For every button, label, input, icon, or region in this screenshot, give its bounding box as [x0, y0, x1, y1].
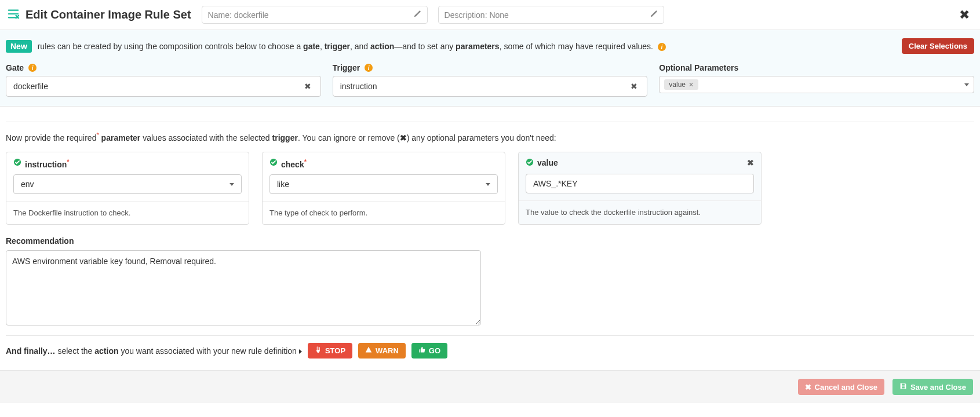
name-field[interactable]: Name: dockerfile — [202, 6, 428, 24]
check-circle-icon — [526, 158, 534, 168]
param-card-value: value ✖ The value to check the dockerfil… — [518, 152, 762, 225]
save-button[interactable]: Save and Close — [892, 379, 973, 395]
caret-right-icon — [299, 349, 302, 354]
divider — [6, 122, 974, 122]
trigger-value: instruction — [340, 82, 377, 91]
action-lead: And finally… select the action you want … — [6, 346, 302, 356]
info-icon[interactable]: i — [28, 64, 37, 72]
intro-section: New rules can be created by using the co… — [0, 30, 980, 107]
param-description: The Dockerfile instruction to check. — [6, 201, 249, 224]
clear-icon[interactable]: ✖ — [302, 82, 314, 91]
recommendation-label: Recommendation — [6, 236, 974, 246]
check-circle-icon — [269, 158, 278, 168]
trigger-label: Trigger i — [333, 63, 648, 72]
param-description: The type of check to perform. — [263, 201, 505, 224]
gate-label: Gate i — [6, 63, 321, 72]
check-circle-icon — [13, 158, 21, 168]
chevron-down-icon[interactable] — [964, 83, 969, 86]
footer: ✖ Cancel and Close Save and Close — [0, 371, 980, 403]
value-input[interactable] — [526, 174, 754, 193]
check-select[interactable]: like — [269, 174, 498, 194]
go-button[interactable]: GO — [411, 343, 447, 359]
info-icon[interactable]: i — [658, 43, 666, 51]
title-wrap: Edit Container Image Rule Set — [7, 8, 191, 21]
optional-params-control: Optional Parameters value ✕ — [659, 63, 974, 97]
page-title: Edit Container Image Rule Set — [25, 8, 191, 21]
close-icon[interactable]: ✖ — [956, 8, 973, 23]
parameter-intro: Now provide the required* parameter valu… — [6, 131, 974, 142]
warn-button[interactable]: WARN — [358, 343, 406, 359]
tag-remove-icon[interactable]: ✕ — [688, 81, 694, 89]
parameter-section: Now provide the required* parameter valu… — [0, 107, 980, 231]
close-icon: ✖ — [805, 383, 811, 392]
gate-select[interactable]: dockerfile ✖ — [6, 76, 321, 97]
chevron-down-icon[interactable] — [486, 183, 490, 186]
cancel-button[interactable]: ✖ Cancel and Close — [798, 379, 884, 395]
edit-icon[interactable] — [650, 10, 658, 20]
param-title: check* — [269, 158, 307, 169]
description-field[interactable]: Description: None — [438, 6, 664, 24]
recommendation-textarea[interactable] — [6, 250, 481, 325]
instruction-select[interactable]: env — [13, 174, 242, 194]
param-title: instruction* — [13, 158, 70, 169]
gate-control: Gate i dockerfile ✖ — [6, 63, 321, 97]
param-title: value — [526, 158, 558, 168]
param-card-check: check* like The type of check to perform… — [262, 152, 505, 225]
gate-value: dockerfile — [13, 82, 48, 91]
controls-row: Gate i dockerfile ✖ Trigger i instructio… — [6, 63, 974, 97]
x-icon: ✖ — [400, 133, 407, 142]
action-section: And finally… select the action you want … — [0, 336, 980, 371]
required-asterisk-icon: * — [67, 158, 69, 165]
name-label: Name: — [208, 10, 232, 20]
thumbs-up-icon — [418, 346, 425, 355]
edit-icon[interactable] — [413, 10, 421, 20]
warning-icon — [365, 346, 372, 355]
trigger-control: Trigger i instruction ✖ — [333, 63, 648, 97]
clear-selections-button[interactable]: Clear Selections — [902, 38, 974, 54]
intro-text: New rules can be created by using the co… — [6, 40, 666, 53]
info-icon[interactable]: i — [365, 64, 373, 72]
trigger-select[interactable]: instruction ✖ — [333, 76, 648, 97]
description-value: None — [489, 10, 508, 20]
recommendation-section: Recommendation — [0, 231, 980, 333]
chevron-down-icon[interactable] — [229, 183, 234, 186]
required-asterisk-icon: * — [304, 158, 307, 165]
save-icon — [899, 382, 907, 392]
header-bar: Edit Container Image Rule Set Name: dock… — [0, 0, 980, 30]
param-tag[interactable]: value ✕ — [664, 79, 698, 90]
name-value: dockerfile — [234, 10, 269, 20]
param-card-instruction: instruction* env The Dockerfile instruct… — [6, 152, 249, 225]
hand-stop-icon — [315, 346, 322, 355]
stop-button[interactable]: STOP — [308, 343, 352, 359]
param-description: The value to check the dockerfile instru… — [519, 200, 761, 224]
remove-param-icon[interactable]: ✖ — [747, 158, 754, 167]
optional-params-select[interactable]: value ✕ — [659, 76, 974, 93]
parameter-cards: instruction* env The Dockerfile instruct… — [6, 152, 974, 225]
new-badge: New — [6, 40, 32, 53]
optional-params-label: Optional Parameters — [659, 63, 974, 72]
description-label: Description: — [445, 10, 487, 20]
clear-icon[interactable]: ✖ — [628, 82, 640, 91]
ruleset-icon — [7, 8, 20, 21]
